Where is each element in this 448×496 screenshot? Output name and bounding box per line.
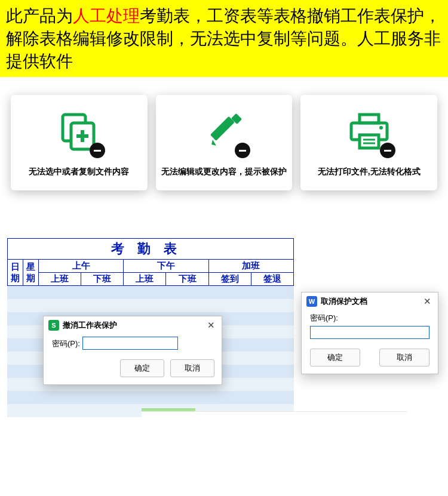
white-panel: [142, 411, 407, 417]
close-icon[interactable]: ✕: [421, 296, 433, 307]
cancel-button[interactable]: 取消: [379, 349, 429, 366]
minus-badge-icon: [380, 143, 395, 158]
dialog-title: 取消保护文档: [321, 296, 421, 307]
minus-badge-icon: [90, 143, 105, 158]
card-print: 无法打印文件,无法转化格式: [300, 95, 437, 190]
attendance-table: 考勤表 日期 星期 上午 下午 加班 上班 下班 上班 下班 签到 签退: [7, 238, 294, 286]
titlebar: S 撤消工作表保护 ✕: [44, 316, 222, 334]
card-copy: 无法选中或者复制文件内容: [11, 95, 148, 190]
card-label: 无法编辑或更改内容，提示被保护: [161, 167, 287, 177]
col-week: 星期: [23, 260, 39, 286]
subcol: 签退: [251, 273, 293, 286]
close-icon[interactable]: ✕: [205, 320, 217, 331]
card-edit: 无法编辑或更改内容，提示被保护: [156, 95, 293, 190]
svg-rect-5: [210, 116, 235, 141]
copy-plus-icon: [55, 108, 103, 156]
password-input[interactable]: [82, 337, 178, 350]
dialog-unprotect-doc: W 取消保护文档 ✕ 密码(P): 确定 取消: [301, 292, 438, 374]
col-date: 日期: [8, 260, 23, 286]
svg-point-12: [379, 126, 383, 130]
banner: 此产品为人工处理考勤表，工资表等表格撤销工作表保护，解除表格编辑修改限制，无法选…: [0, 0, 448, 77]
section-ot: 加班: [208, 260, 293, 273]
printer-icon: [345, 108, 393, 156]
password-label: 密码(P):: [52, 339, 80, 348]
subcol: 上班: [39, 273, 81, 286]
cards-row: 无法选中或者复制文件内容 无法编辑或更改内容，提示被保护 无法打印文件: [0, 77, 448, 202]
svg-marker-4: [211, 140, 216, 146]
subcol: 下班: [81, 273, 124, 286]
sheet-title: 考勤表: [8, 239, 294, 260]
dialog-unprotect-sheet: S 撤消工作表保护 ✕ 密码(P): 确定 取消: [43, 316, 222, 385]
subcol: 上班: [124, 273, 166, 286]
subcol: 签到: [208, 273, 251, 286]
section-am: 上午: [39, 260, 124, 273]
pencil-icon: [200, 108, 248, 156]
banner-highlight: 人工处理: [73, 7, 140, 25]
cancel-button[interactable]: 取消: [170, 359, 214, 377]
app-badge-w: W: [306, 296, 317, 307]
ok-button[interactable]: 确定: [310, 349, 360, 366]
password-label: 密码(P):: [310, 313, 429, 324]
app-badge-s: S: [48, 320, 59, 331]
titlebar: W 取消保护文档 ✕: [302, 292, 438, 310]
card-label: 无法打印文件,无法转化格式: [318, 167, 421, 177]
dialog-title: 撤消工作表保护: [63, 320, 205, 331]
ok-button[interactable]: 确定: [120, 359, 164, 377]
svg-rect-9: [360, 135, 379, 148]
password-input[interactable]: [310, 326, 429, 339]
subcol: 下班: [166, 273, 208, 286]
card-label: 无法选中或者复制文件内容: [29, 167, 129, 177]
minus-badge-icon: [235, 143, 250, 158]
banner-text-1: 此产品为: [6, 7, 73, 25]
sheet-area: 考勤表 日期 星期 上午 下午 加班 上班 下班 上班 下班 签到 签退 S 撤…: [7, 238, 448, 417]
section-pm: 下午: [124, 260, 208, 273]
